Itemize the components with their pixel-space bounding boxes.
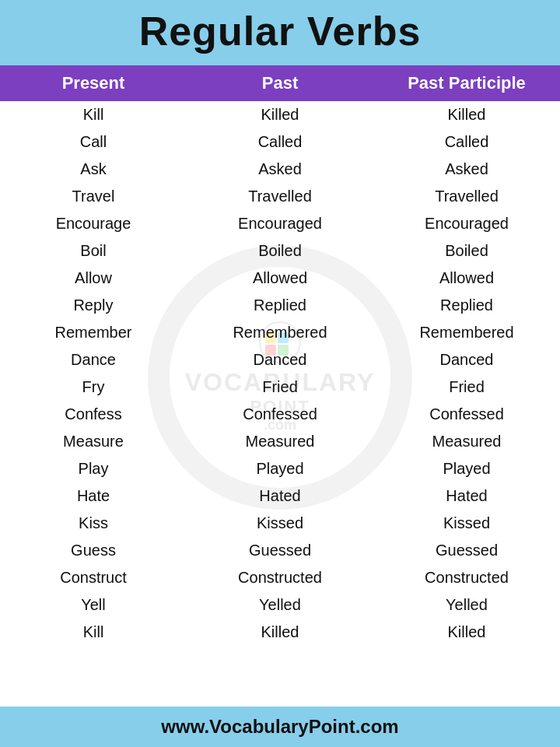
verb-cell: Construct (0, 564, 187, 591)
table-row: PlayPlayedPlayed (0, 455, 560, 482)
table-row: KissKissedKissed (0, 510, 560, 537)
table-row: KillKilledKilled (0, 619, 560, 646)
verb-cell: Fried (373, 374, 560, 401)
verb-cell: Allow (0, 265, 187, 292)
verb-cell: Kissed (373, 510, 560, 537)
verb-cell: Killed (187, 619, 373, 646)
column-headers: Present Past Past Participle (0, 65, 560, 101)
verb-cell: Travelled (373, 183, 560, 210)
verb-cell: Encouraged (373, 210, 560, 237)
verb-cell: Yell (0, 591, 187, 619)
verb-cell: Remembered (187, 319, 373, 346)
table-row: KillKilledKilled (0, 101, 560, 128)
verb-cell: Boiled (187, 237, 373, 265)
verb-cell: Kill (0, 619, 187, 646)
table-row: BoilBoiledBoiled (0, 237, 560, 265)
verb-cell: Measure (0, 428, 187, 455)
verb-cell: Yelled (187, 591, 373, 619)
verb-cell: Asked (373, 156, 560, 183)
table-row: MeasureMeasuredMeasured (0, 428, 560, 455)
verb-cell: Travel (0, 183, 187, 210)
verb-cell: Played (373, 455, 560, 482)
table-row: CallCalledCalled (0, 128, 560, 156)
verb-cell: Ask (0, 156, 187, 183)
verb-table: VOCABULARY POINT .com KillKilledKilledCa… (0, 101, 560, 707)
table-row: TravelTravelledTravelled (0, 183, 560, 210)
verb-cell: Allowed (373, 265, 560, 292)
verb-cell: Called (373, 128, 560, 156)
verb-cell: Played (187, 455, 373, 482)
verb-cell: Killed (373, 101, 560, 128)
verb-cell: Kill (0, 101, 187, 128)
verb-cell: Fried (187, 374, 373, 401)
page-title: Regular Verbs (0, 8, 560, 54)
verb-cell: Travelled (187, 183, 373, 210)
header: Regular Verbs (0, 0, 560, 65)
table-row: AskAskedAsked (0, 156, 560, 183)
verb-cell: Constructed (373, 564, 560, 591)
verb-cell: Reply (0, 292, 187, 319)
col-past-participle: Past Participle (373, 65, 560, 101)
verb-cell: Remembered (373, 319, 560, 346)
table-row: RememberRememberedRemembered (0, 319, 560, 346)
verb-cell: Measured (187, 428, 373, 455)
verb-cell: Danced (373, 346, 560, 374)
verb-rows-container: KillKilledKilledCallCalledCalledAskAsked… (0, 101, 560, 646)
table-row: GuessGuessedGuessed (0, 537, 560, 564)
verb-cell: Confessed (373, 401, 560, 428)
verb-cell: Hated (373, 482, 560, 510)
table-row: YellYelledYelled (0, 591, 560, 619)
table-row: DanceDancedDanced (0, 346, 560, 374)
verb-cell: Measured (373, 428, 560, 455)
table-row: ReplyRepliedReplied (0, 292, 560, 319)
table-row: ConfessConfessedConfessed (0, 401, 560, 428)
verb-cell: Replied (187, 292, 373, 319)
verb-cell: Dance (0, 346, 187, 374)
table-row: HateHatedHated (0, 482, 560, 510)
verb-cell: Killed (187, 101, 373, 128)
footer: www.VocabularyPoint.com (0, 707, 560, 747)
verb-cell: Boiled (373, 237, 560, 265)
verb-cell: Kiss (0, 510, 187, 537)
verb-cell: Danced (187, 346, 373, 374)
verb-cell: Fry (0, 374, 187, 401)
table-row: EncourageEncouragedEncouraged (0, 210, 560, 237)
verb-cell: Allowed (187, 265, 373, 292)
col-present: Present (0, 65, 187, 101)
verb-cell: Hate (0, 482, 187, 510)
verb-cell: Encouraged (187, 210, 373, 237)
verb-cell: Remember (0, 319, 187, 346)
verb-cell: Confess (0, 401, 187, 428)
verb-cell: Guessed (373, 537, 560, 564)
verb-cell: Killed (373, 619, 560, 646)
verb-cell: Replied (373, 292, 560, 319)
verb-cell: Yelled (373, 591, 560, 619)
verb-cell: Guessed (187, 537, 373, 564)
table-row: ConstructConstructedConstructed (0, 564, 560, 591)
verb-cell: Asked (187, 156, 373, 183)
verb-cell: Called (187, 128, 373, 156)
verb-cell: Encourage (0, 210, 187, 237)
verb-cell: Kissed (187, 510, 373, 537)
verb-cell: Boil (0, 237, 187, 265)
table-row: FryFriedFried (0, 374, 560, 401)
verb-cell: Call (0, 128, 187, 156)
verb-cell: Constructed (187, 564, 373, 591)
verb-cell: Guess (0, 537, 187, 564)
table-row: AllowAllowedAllowed (0, 265, 560, 292)
verb-cell: Play (0, 455, 187, 482)
verb-cell: Hated (187, 482, 373, 510)
verb-cell: Confessed (187, 401, 373, 428)
col-past: Past (187, 65, 373, 101)
footer-text: www.VocabularyPoint.com (0, 716, 560, 738)
